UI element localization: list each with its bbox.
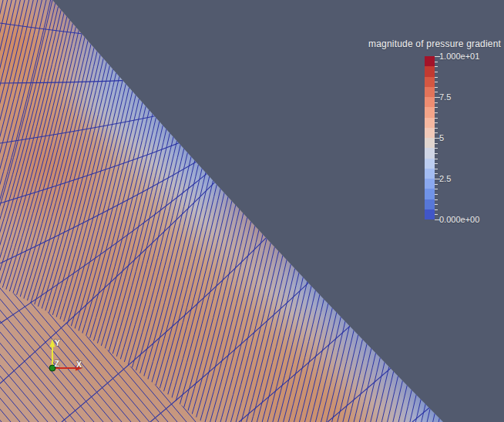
color-legend-band <box>425 199 435 209</box>
color-legend-band <box>425 138 435 148</box>
color-legend-band <box>425 189 435 199</box>
color-legend-band <box>425 159 435 169</box>
color-legend-band <box>425 107 435 117</box>
color-legend-band <box>425 179 435 189</box>
color-legend-band <box>425 209 435 219</box>
color-legend-band <box>425 128 435 138</box>
color-legend-band <box>425 118 435 128</box>
color-legend-band <box>425 56 435 66</box>
x-axis-label: X <box>76 360 82 369</box>
y-axis-label: Y <box>55 338 60 347</box>
color-legend-band <box>425 148 435 158</box>
color-legend-band <box>425 169 435 179</box>
z-axis-label: Z <box>55 359 60 368</box>
color-legend-band <box>425 87 435 97</box>
color-legend-bar[interactable] <box>425 56 435 219</box>
color-legend-band <box>425 77 435 87</box>
color-legend-band <box>425 66 435 76</box>
color-legend-band <box>425 97 435 107</box>
render-viewport[interactable]: Y X Z magnitude of pressure gradient 1.0… <box>0 0 504 422</box>
